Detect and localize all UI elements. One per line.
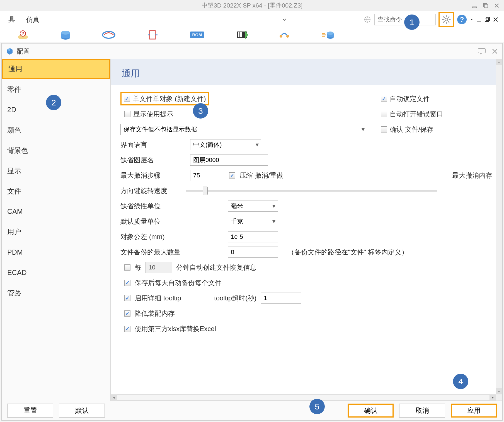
tool-icon-4[interactable] <box>146 29 159 40</box>
sidebar-item-general[interactable]: 通用 <box>2 59 110 79</box>
close-dialog-icon[interactable] <box>491 48 498 55</box>
sidebar-item-color[interactable]: 颜色 <box>2 120 110 140</box>
sidebar-item-ecad[interactable]: ECAD <box>2 262 110 283</box>
cb-every[interactable] <box>124 264 130 271</box>
tool-icon-5[interactable] <box>236 29 248 40</box>
sel-lang[interactable]: 中文(简体) <box>190 139 261 150</box>
cb-compress[interactable] <box>229 172 235 179</box>
config-body: 通用 零件 2D 颜色 背景色 显示 文件 CAM 用户 PDM ECAD 管路… <box>2 59 502 401</box>
input-tooltip-time[interactable] <box>261 293 301 304</box>
highlight-single-file: 单文件单对象 (新建文件) <box>120 92 209 105</box>
config-title: 配置 <box>16 47 30 56</box>
sel-save-mode[interactable]: 保存文件但不包括显示数据 <box>120 124 367 135</box>
tool-icon-2[interactable] <box>60 29 71 40</box>
cb-xlsx[interactable] <box>124 326 130 332</box>
scroll-left-icon[interactable]: ◂ <box>111 394 117 401</box>
menu-item-sim[interactable]: 仿真 <box>21 15 45 24</box>
lbl-rotate: 方向键旋转速度 <box>120 186 176 195</box>
input-backup[interactable] <box>228 247 278 258</box>
scroll-h-track[interactable] <box>117 394 490 401</box>
minimize2-icon[interactable] <box>476 17 482 22</box>
sel-mass[interactable]: 千克 <box>228 216 278 227</box>
scroll-right-icon[interactable]: ▸ <box>490 394 496 401</box>
lbl-show-hints: 显示使用提示 <box>133 110 173 119</box>
input-tol[interactable] <box>228 231 278 242</box>
minimize-icon[interactable] <box>471 3 478 9</box>
apply-button[interactable]: 应用 <box>451 404 497 418</box>
sidebar-item-file[interactable]: 文件 <box>2 181 110 201</box>
scrollbar-horizontal[interactable]: ◂ ▸ <box>111 394 496 401</box>
badge-3: 3 <box>193 103 208 119</box>
ok-button[interactable]: 确认 <box>348 404 394 418</box>
svg-point-26 <box>280 35 282 38</box>
tool-icon-bom[interactable]: BOM <box>190 30 205 40</box>
cb-single-file[interactable] <box>124 96 130 102</box>
sel-linear[interactable]: 毫米 <box>228 201 278 212</box>
search-area: ? <box>363 12 498 27</box>
sel-save-value: 保存文件但不包括显示数据 <box>123 125 197 134</box>
form-area: 单文件单对象 (新建文件) 自动锁定文件 显示使用提示 <box>111 85 502 342</box>
tool-icon-7[interactable] <box>321 29 335 40</box>
help-dropdown-icon[interactable] <box>470 18 473 21</box>
maximize-icon[interactable] <box>483 3 489 9</box>
sidebar-item-pdm[interactable]: PDM <box>2 242 110 262</box>
speech-icon[interactable] <box>478 48 486 55</box>
config-content: 通用 单文件单对象 (新建文件) 自动锁定文件 <box>110 59 502 401</box>
restore-icon[interactable] <box>484 17 490 22</box>
dropdown-icon[interactable] <box>282 17 287 22</box>
lbl-every: 每 <box>135 263 141 272</box>
cb-tooltip[interactable] <box>124 295 130 301</box>
help-icon[interactable]: ? <box>457 14 467 25</box>
lbl-auto-lock: 自动锁定文件 <box>390 94 430 103</box>
cb-auto-error[interactable] <box>381 111 387 117</box>
sidebar-item-pipe[interactable]: 管路 <box>2 283 110 303</box>
content-title: 通用 <box>122 67 491 80</box>
lbl-reduce-mem: 降低装配内存 <box>135 309 175 318</box>
slider-thumb[interactable] <box>203 187 208 195</box>
cb-confirm-save[interactable] <box>381 126 387 132</box>
scrollbar-vertical[interactable]: ▴ ▾ <box>496 59 502 401</box>
sidebar-item-cam[interactable]: CAM <box>2 201 110 222</box>
cancel-button[interactable]: 取消 <box>399 404 445 418</box>
cb-auto-lock[interactable] <box>381 96 387 102</box>
close-icon[interactable] <box>494 3 500 9</box>
reset-button[interactable]: 重置 <box>7 404 53 418</box>
cb-reduce-mem[interactable] <box>124 310 130 317</box>
sel-linear-value: 毫米 <box>231 202 243 210</box>
svg-rect-17 <box>150 31 155 39</box>
cb-daily-backup[interactable] <box>124 280 130 286</box>
tool-icon-1[interactable]: ? <box>17 29 29 40</box>
config-icon <box>6 47 14 55</box>
menu-bar: 具 仿真 ? <box>0 11 504 28</box>
sidebar-item-bgcolor[interactable]: 背景色 <box>2 140 110 161</box>
tool-icon-3[interactable] <box>102 29 116 40</box>
settings-button[interactable] <box>438 12 454 27</box>
svg-rect-8 <box>485 18 488 21</box>
lbl-confirm-save: 确认 文件/保存 <box>390 125 433 134</box>
close2-icon[interactable] <box>493 17 498 22</box>
svg-rect-23 <box>238 32 239 37</box>
tool-icon-6[interactable] <box>279 29 290 40</box>
lbl-tol: 对象公差 (mm) <box>120 232 224 241</box>
svg-text:?: ? <box>460 16 464 23</box>
lbl-every-min: 分钟自动创建文件恢复信息 <box>176 263 256 272</box>
menu-item-tools[interactable]: 具 <box>3 15 21 24</box>
scroll-down-icon[interactable]: ▾ <box>496 388 502 394</box>
sidebar-item-display[interactable]: 显示 <box>2 161 110 181</box>
input-undo[interactable] <box>190 170 225 181</box>
svg-point-30 <box>327 32 334 35</box>
badge-4: 4 <box>453 374 468 389</box>
satellite-icon[interactable] <box>363 15 372 24</box>
svg-point-27 <box>286 35 289 38</box>
lbl-xlsx: 使用第三方xlsx库替换Excel <box>135 324 216 333</box>
sidebar-item-user[interactable]: 用户 <box>2 222 110 242</box>
scroll-up-icon[interactable]: ▴ <box>496 59 502 65</box>
window-controls <box>471 3 500 9</box>
lbl-tooltip: 启用详细 tooltip <box>135 294 210 303</box>
default-button[interactable]: 默认 <box>59 404 105 418</box>
input-every <box>146 262 172 273</box>
input-layer[interactable] <box>190 155 268 166</box>
badge-5: 5 <box>309 399 325 414</box>
cb-show-hints[interactable] <box>124 111 130 117</box>
slider-rotate[interactable] <box>186 190 437 192</box>
